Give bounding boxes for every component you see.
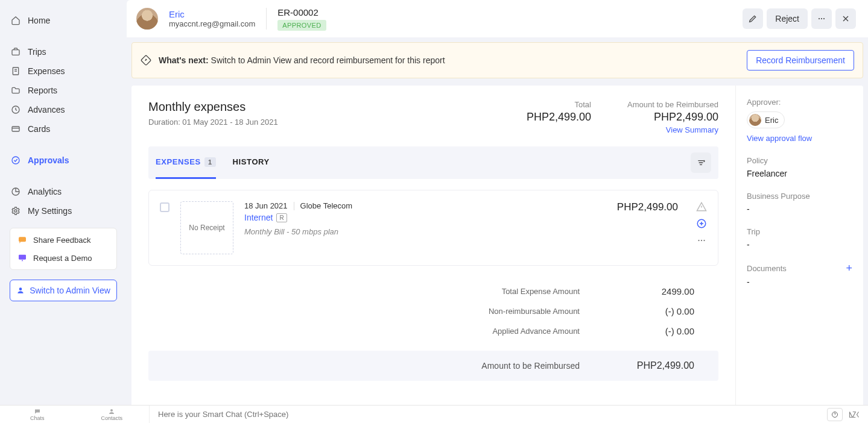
receipt-thumbnail[interactable]: No Receipt xyxy=(180,201,233,254)
user-name-link[interactable]: Eric xyxy=(169,9,255,19)
reimb-value: PHP2,499.00 xyxy=(654,111,718,124)
reimbursable-badge: R xyxy=(276,213,287,222)
dots-horizontal-icon[interactable] xyxy=(696,235,707,246)
sidebar-item-label: Advances xyxy=(28,105,65,114)
non-reimb-label: Non-reimbursable Amount xyxy=(356,307,580,316)
switch-admin-view-label: Switch to Admin View xyxy=(30,286,110,295)
total-expense-label: Total Expense Amount xyxy=(356,287,580,296)
footer-tab-label: Chats xyxy=(30,415,45,421)
folder-icon xyxy=(11,86,21,95)
switch-admin-view-button[interactable]: Switch to Admin View xyxy=(10,280,117,301)
add-circle-icon[interactable] xyxy=(696,218,707,229)
sidebar-item-advances[interactable]: Advances xyxy=(5,100,122,119)
sidebar-item-label: Cards xyxy=(28,124,50,134)
edit-button[interactable] xyxy=(743,8,763,29)
sidebar-item-expenses[interactable]: Expenses xyxy=(5,61,122,81)
sidebar: Home Trips Expenses Reports Advan xyxy=(0,0,127,405)
zia-button[interactable] xyxy=(846,408,862,421)
chat-bubble-icon xyxy=(33,408,42,415)
total-label: Total xyxy=(575,100,591,109)
sidebar-item-label: My Settings xyxy=(28,206,72,216)
card-icon xyxy=(11,124,21,134)
applied-adv-value: (-) 0.00 xyxy=(616,326,694,336)
biz-purpose-value: - xyxy=(747,204,852,214)
help-icon xyxy=(831,411,838,418)
person-icon xyxy=(107,408,116,415)
svg-point-17 xyxy=(703,240,705,241)
chat-icon xyxy=(17,235,27,245)
user-icon xyxy=(16,286,25,295)
sidebar-item-analytics[interactable]: Analytics xyxy=(5,182,122,201)
avatar xyxy=(136,8,158,30)
sidebar-item-home[interactable]: Home xyxy=(5,11,122,30)
whats-next-banner: What's next: Switch to Admin View and re… xyxy=(131,42,863,78)
tab-expenses[interactable]: EXPENSES 1 xyxy=(156,146,216,179)
gear-icon xyxy=(11,206,21,216)
content-area: Eric myaccnt.reg@gmail.com ER-00002 APPR… xyxy=(127,0,868,405)
close-button[interactable] xyxy=(835,8,856,29)
expense-merchant: Globe Telecom xyxy=(300,201,352,210)
footer-tab-chats[interactable]: Chats xyxy=(0,406,75,423)
directions-icon xyxy=(141,55,151,66)
expense-date: 18 Jun 2021 xyxy=(244,201,288,210)
report-header: Eric myaccnt.reg@gmail.com ER-00002 APPR… xyxy=(127,0,868,37)
view-summary-link[interactable]: View Summary xyxy=(666,125,718,134)
sidebar-item-label: Home xyxy=(28,16,50,25)
sidebar-item-my-settings[interactable]: My Settings xyxy=(5,201,122,221)
report-main-panel: Monthly expenses Duration: 01 May 2021 -… xyxy=(131,86,735,405)
checkbox[interactable] xyxy=(160,202,169,212)
reimb-bar-value: PHP2,499.00 xyxy=(616,360,694,371)
sidebar-item-label: Approvals xyxy=(28,155,69,165)
check-circle-icon xyxy=(11,155,21,165)
add-document-button[interactable]: + xyxy=(846,263,852,274)
sidebar-item-approvals[interactable]: Approvals xyxy=(5,151,122,170)
svg-rect-0 xyxy=(12,50,19,55)
record-reimbursement-button[interactable]: Record Reimbursement xyxy=(747,50,854,70)
totals-section: Total Expense Amount 2499.00 Non-reimbur… xyxy=(332,281,718,341)
briefcase-icon xyxy=(11,47,21,57)
policy-value: Freelancer xyxy=(747,169,852,178)
svg-point-12 xyxy=(823,18,825,19)
approver-pill[interactable]: Eric xyxy=(747,111,785,128)
smart-chat-input[interactable] xyxy=(158,410,813,419)
documents-value: - xyxy=(747,277,852,287)
svg-rect-3 xyxy=(12,127,19,131)
approver-name: Eric xyxy=(765,116,778,125)
tab-label: EXPENSES xyxy=(156,157,201,166)
svg-point-15 xyxy=(698,240,699,241)
reject-button[interactable]: Reject xyxy=(767,8,808,29)
warning-icon[interactable] xyxy=(696,201,707,212)
non-reimb-value: (-) 0.00 xyxy=(616,306,694,316)
banner-body: Switch to Admin View and record reimburs… xyxy=(211,55,445,65)
receipt-icon xyxy=(11,66,21,76)
divider xyxy=(266,8,267,30)
sidebar-item-label: Reports xyxy=(28,86,57,95)
sidebar-item-label: Analytics xyxy=(28,187,62,196)
share-feedback-item[interactable]: Share Feedback xyxy=(10,231,116,249)
svg-point-18 xyxy=(110,409,113,412)
sort-button[interactable] xyxy=(691,152,711,173)
tabs-bar: EXPENSES 1 HISTORY xyxy=(148,146,718,179)
expense-amount: PHP2,499.00 xyxy=(617,201,678,213)
request-demo-item[interactable]: Request a Demo xyxy=(10,249,116,267)
view-approval-flow-link[interactable]: View approval flow xyxy=(747,134,812,143)
banner-title: What's next: xyxy=(159,55,209,65)
svg-point-6 xyxy=(14,210,17,212)
expense-category-link[interactable]: Internet xyxy=(244,213,273,222)
reimb-bar-label: Amount to be Reimbursed xyxy=(173,361,580,371)
banner-text: What's next: Switch to Admin View and re… xyxy=(159,55,740,65)
sidebar-item-cards[interactable]: Cards xyxy=(5,119,122,139)
sidebar-item-label: Trips xyxy=(28,47,46,57)
no-receipt-label: No Receipt xyxy=(189,224,224,232)
svg-point-10 xyxy=(819,18,820,19)
sidebar-item-trips[interactable]: Trips xyxy=(5,42,122,61)
tab-history[interactable]: HISTORY xyxy=(233,146,270,179)
report-duration: Duration: 01 May 2021 - 18 Jun 2021 xyxy=(148,118,278,127)
user-email: myaccnt.reg@gmail.com xyxy=(169,19,255,28)
feedback-box: Share Feedback Request a Demo xyxy=(10,228,117,270)
more-button[interactable] xyxy=(811,8,832,29)
footer-tab-contacts[interactable]: Contacts xyxy=(75,406,150,423)
clock-icon xyxy=(11,105,21,114)
help-button[interactable] xyxy=(827,408,843,421)
sidebar-item-reports[interactable]: Reports xyxy=(5,81,122,100)
